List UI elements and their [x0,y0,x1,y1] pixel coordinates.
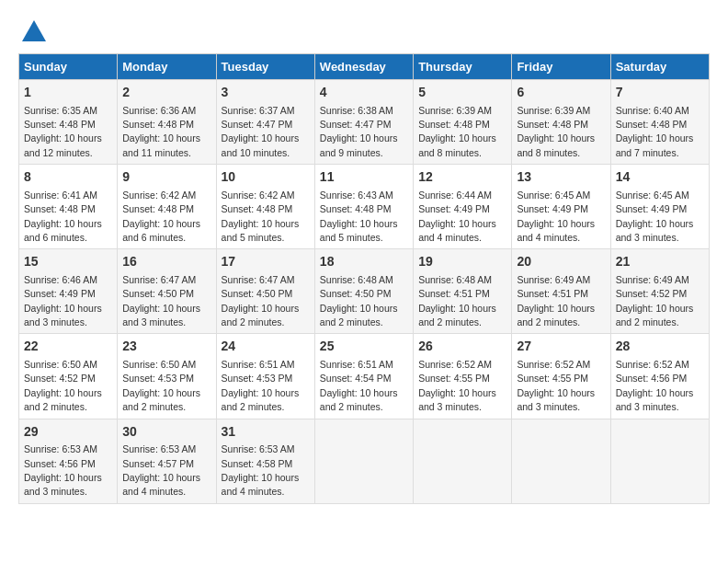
week-row-4: 22Sunrise: 6:50 AMSunset: 4:52 PMDayligh… [19,334,710,419]
day-cell: 20Sunrise: 6:49 AMSunset: 4:51 PMDayligh… [512,249,610,334]
day-info: Sunrise: 6:36 AMSunset: 4:48 PMDaylight:… [122,105,200,158]
day-number: 1 [24,84,112,102]
day-info: Sunrise: 6:45 AMSunset: 4:49 PMDaylight:… [616,190,694,243]
day-number: 24 [222,338,310,356]
day-number: 22 [24,338,112,356]
day-info: Sunrise: 6:52 AMSunset: 4:56 PMDaylight:… [616,359,694,412]
logo-icon [20,18,48,46]
day-info: Sunrise: 6:43 AMSunset: 4:48 PMDaylight:… [320,190,398,243]
day-cell: 18Sunrise: 6:48 AMSunset: 4:50 PMDayligh… [314,249,413,334]
day-info: Sunrise: 6:49 AMSunset: 4:52 PMDaylight:… [616,274,694,327]
header [18,18,710,46]
day-number: 13 [517,168,605,187]
day-number: 2 [122,84,210,102]
week-row-3: 15Sunrise: 6:46 AMSunset: 4:49 PMDayligh… [19,249,710,334]
day-info: Sunrise: 6:49 AMSunset: 4:51 PMDaylight:… [517,274,595,327]
header-cell-thursday: Thursday [414,54,512,80]
day-info: Sunrise: 6:48 AMSunset: 4:50 PMDaylight:… [320,274,398,327]
day-cell: 3Sunrise: 6:37 AMSunset: 4:47 PMDaylight… [216,80,314,165]
day-cell: 7Sunrise: 6:40 AMSunset: 4:48 PMDaylight… [610,80,709,165]
day-cell: 31Sunrise: 6:53 AMSunset: 4:58 PMDayligh… [216,419,314,503]
day-info: Sunrise: 6:47 AMSunset: 4:50 PMDaylight:… [122,274,200,327]
day-cell: 29Sunrise: 6:53 AMSunset: 4:56 PMDayligh… [19,419,118,503]
day-cell: 30Sunrise: 6:53 AMSunset: 4:57 PMDayligh… [118,419,216,503]
day-cell: 16Sunrise: 6:47 AMSunset: 4:50 PMDayligh… [118,249,216,334]
day-number: 20 [517,253,605,271]
day-number: 19 [418,253,506,271]
day-number: 4 [320,84,408,102]
day-info: Sunrise: 6:52 AMSunset: 4:55 PMDaylight:… [418,359,496,412]
day-number: 31 [222,423,310,442]
day-cell: 19Sunrise: 6:48 AMSunset: 4:51 PMDayligh… [414,249,512,334]
day-number: 26 [418,338,506,356]
day-cell: 6Sunrise: 6:39 AMSunset: 4:48 PMDaylight… [512,80,610,165]
day-info: Sunrise: 6:50 AMSunset: 4:52 PMDaylight:… [24,359,102,412]
logo [18,18,48,46]
day-cell [314,419,413,503]
day-number: 6 [517,84,605,102]
day-info: Sunrise: 6:45 AMSunset: 4:49 PMDaylight:… [517,190,595,243]
day-cell: 24Sunrise: 6:51 AMSunset: 4:53 PMDayligh… [216,334,314,419]
day-info: Sunrise: 6:42 AMSunset: 4:48 PMDaylight:… [122,190,200,243]
day-info: Sunrise: 6:51 AMSunset: 4:54 PMDaylight:… [320,359,398,412]
day-info: Sunrise: 6:39 AMSunset: 4:48 PMDaylight:… [418,105,496,158]
day-number: 25 [320,338,408,356]
day-cell: 23Sunrise: 6:50 AMSunset: 4:53 PMDayligh… [118,334,216,419]
day-info: Sunrise: 6:44 AMSunset: 4:49 PMDaylight:… [418,190,496,243]
day-number: 12 [418,168,506,187]
day-cell: 8Sunrise: 6:41 AMSunset: 4:48 PMDaylight… [19,165,118,249]
day-cell: 13Sunrise: 6:45 AMSunset: 4:49 PMDayligh… [512,165,610,249]
week-row-5: 29Sunrise: 6:53 AMSunset: 4:56 PMDayligh… [19,419,710,503]
header-cell-tuesday: Tuesday [216,54,314,80]
day-cell: 27Sunrise: 6:52 AMSunset: 4:55 PMDayligh… [512,334,610,419]
day-number: 10 [222,168,310,187]
day-cell: 26Sunrise: 6:52 AMSunset: 4:55 PMDayligh… [414,334,512,419]
day-info: Sunrise: 6:53 AMSunset: 4:57 PMDaylight:… [122,443,200,497]
day-info: Sunrise: 6:52 AMSunset: 4:55 PMDaylight:… [517,359,595,412]
week-row-1: 1Sunrise: 6:35 AMSunset: 4:48 PMDaylight… [19,80,710,165]
day-info: Sunrise: 6:53 AMSunset: 4:56 PMDaylight:… [24,443,102,497]
day-cell: 15Sunrise: 6:46 AMSunset: 4:49 PMDayligh… [19,249,118,334]
day-cell: 4Sunrise: 6:38 AMSunset: 4:47 PMDaylight… [314,80,413,165]
day-info: Sunrise: 6:35 AMSunset: 4:48 PMDaylight:… [24,105,102,158]
day-info: Sunrise: 6:39 AMSunset: 4:48 PMDaylight:… [517,105,595,158]
day-info: Sunrise: 6:38 AMSunset: 4:47 PMDaylight:… [320,105,398,158]
day-info: Sunrise: 6:53 AMSunset: 4:58 PMDaylight:… [222,443,300,497]
day-cell: 1Sunrise: 6:35 AMSunset: 4:48 PMDaylight… [19,80,118,165]
day-cell: 10Sunrise: 6:42 AMSunset: 4:48 PMDayligh… [216,165,314,249]
day-number: 5 [418,84,506,102]
day-number: 11 [320,168,408,187]
day-cell: 5Sunrise: 6:39 AMSunset: 4:48 PMDaylight… [414,80,512,165]
day-cell: 11Sunrise: 6:43 AMSunset: 4:48 PMDayligh… [314,165,413,249]
day-number: 14 [616,168,704,187]
day-number: 21 [616,253,704,271]
header-cell-saturday: Saturday [610,54,709,80]
header-cell-wednesday: Wednesday [314,54,413,80]
day-cell: 2Sunrise: 6:36 AMSunset: 4:48 PMDaylight… [118,80,216,165]
day-info: Sunrise: 6:47 AMSunset: 4:50 PMDaylight:… [222,274,300,327]
day-cell: 17Sunrise: 6:47 AMSunset: 4:50 PMDayligh… [216,249,314,334]
day-cell: 9Sunrise: 6:42 AMSunset: 4:48 PMDaylight… [118,165,216,249]
day-number: 23 [122,338,210,356]
svg-marker-0 [22,20,46,41]
day-info: Sunrise: 6:41 AMSunset: 4:48 PMDaylight:… [24,190,102,243]
day-number: 9 [122,168,210,187]
day-number: 16 [122,253,210,271]
day-info: Sunrise: 6:40 AMSunset: 4:48 PMDaylight:… [616,105,694,158]
day-info: Sunrise: 6:37 AMSunset: 4:47 PMDaylight:… [222,105,300,158]
header-cell-monday: Monday [118,54,216,80]
day-number: 17 [222,253,310,271]
week-row-2: 8Sunrise: 6:41 AMSunset: 4:48 PMDaylight… [19,165,710,249]
day-number: 30 [122,423,210,442]
day-info: Sunrise: 6:51 AMSunset: 4:53 PMDaylight:… [222,359,300,412]
day-cell: 21Sunrise: 6:49 AMSunset: 4:52 PMDayligh… [610,249,709,334]
day-info: Sunrise: 6:48 AMSunset: 4:51 PMDaylight:… [418,274,496,327]
day-cell [610,419,709,503]
header-row: SundayMondayTuesdayWednesdayThursdayFrid… [19,54,710,80]
day-number: 27 [517,338,605,356]
day-info: Sunrise: 6:42 AMSunset: 4:48 PMDaylight:… [222,190,300,243]
day-info: Sunrise: 6:46 AMSunset: 4:49 PMDaylight:… [24,274,102,327]
day-cell [512,419,610,503]
day-number: 29 [24,423,112,442]
day-cell [414,419,512,503]
